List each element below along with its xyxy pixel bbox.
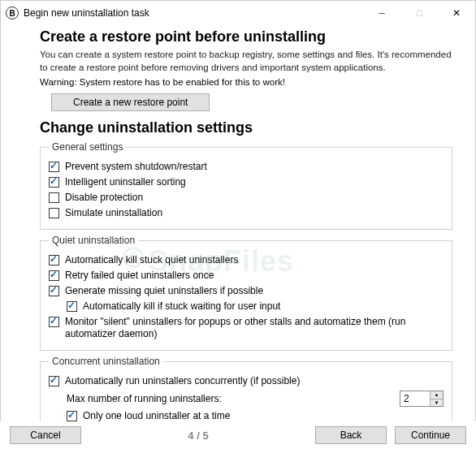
label-prevent-shutdown: Prevent system shutdown/restart <box>65 161 207 173</box>
checkbox-generate-missing[interactable] <box>49 286 59 296</box>
content-area: CSnapFiles Create a restore point before… <box>1 25 475 421</box>
maximize-button: ☐ <box>400 1 438 25</box>
checkbox-one-loud[interactable] <box>67 411 77 421</box>
general-legend: General settings <box>49 141 126 153</box>
checkbox-simulate[interactable] <box>49 208 59 218</box>
minimize-button[interactable]: ─ <box>363 1 400 25</box>
continue-button[interactable]: Continue <box>395 426 466 444</box>
spinner-down-icon[interactable]: ▼ <box>431 399 443 407</box>
checkbox-retry-failed[interactable] <box>49 270 59 281</box>
max-uninstallers-spinner[interactable]: 2 ▲ ▼ <box>400 391 444 407</box>
checkbox-monitor-silent[interactable] <box>49 317 59 327</box>
footer: Cancel 4 / 5 Back Continue <box>0 421 476 449</box>
label-auto-kill-stuck: Automatically kill stuck quiet uninstall… <box>65 254 238 266</box>
label-max-uninstallers: Max number of running uninstallers: <box>67 393 400 404</box>
restore-description: You can create a system restore point to… <box>40 49 452 74</box>
checkbox-auto-kill-waiting[interactable] <box>67 301 77 312</box>
close-button[interactable]: ✕ <box>438 1 475 25</box>
app-icon: B <box>6 6 19 19</box>
label-intelligent-sorting: Intelligent uninstaller sorting <box>65 176 186 188</box>
create-restore-point-button[interactable]: Create a new restore point <box>51 93 210 111</box>
page-indicator: 4 / 5 <box>188 430 208 442</box>
label-one-loud: Only one loud uninstaller at a time <box>83 410 230 421</box>
cancel-button[interactable]: Cancel <box>10 426 81 444</box>
label-simulate: Simulate uninstallation <box>65 207 162 219</box>
label-disable-protection: Disable protection <box>65 192 143 204</box>
spinner-up-icon[interactable]: ▲ <box>431 391 443 399</box>
concurrent-legend: Concurrent uninstallation <box>49 356 163 367</box>
checkbox-intelligent-sorting[interactable] <box>49 177 59 188</box>
restore-heading: Create a restore point before uninstalli… <box>40 28 452 45</box>
label-auto-concurrent: Automatically run uninstallers concurren… <box>65 375 300 387</box>
checkbox-auto-kill-stuck[interactable] <box>49 255 59 266</box>
titlebar: B Begin new uninstallation task ─ ☐ ✕ <box>1 1 475 25</box>
general-settings-group: General settings Prevent system shutdown… <box>40 141 452 230</box>
quiet-legend: Quiet uninstallation <box>49 235 138 246</box>
concurrent-uninstall-group: Concurrent uninstallation Automatically … <box>40 356 452 421</box>
checkbox-auto-concurrent[interactable] <box>49 376 59 386</box>
window-title: Begin new uninstallation task <box>24 7 363 19</box>
quiet-uninstall-group: Quiet uninstallation Automatically kill … <box>40 235 452 351</box>
label-retry-failed: Retry failed quiet uninstallers once <box>65 270 214 282</box>
restore-warning: Warning: System restore has to be enable… <box>40 77 452 87</box>
max-uninstallers-value[interactable]: 2 <box>400 391 430 406</box>
settings-heading: Change uninstallation settings <box>40 119 452 136</box>
checkbox-disable-protection[interactable] <box>49 192 59 203</box>
label-generate-missing: Generate missing quiet uninstallers if p… <box>65 285 263 297</box>
label-monitor-silent: Monitor "silent" uninstallers for popups… <box>65 316 444 340</box>
label-auto-kill-waiting: Automatically kill if stuck waiting for … <box>83 300 280 313</box>
checkbox-prevent-shutdown[interactable] <box>49 162 59 172</box>
back-button[interactable]: Back <box>315 426 387 444</box>
